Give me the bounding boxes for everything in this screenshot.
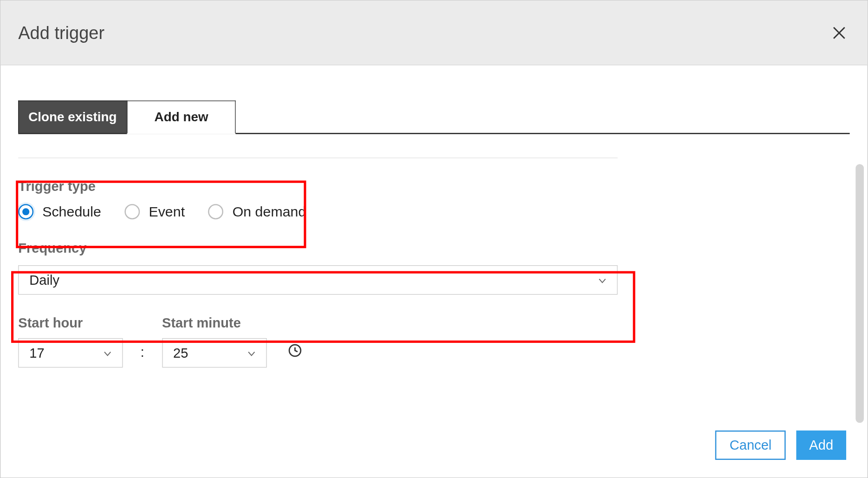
time-row: Start hour 17 : Start minute 25 [18,315,849,368]
frequency-section: Frequency Daily [18,241,635,295]
start-hour-value: 17 [29,345,44,361]
dialog-body: Clone existing Add new Trigger type Sche… [0,65,867,413]
time-separator: : [141,344,144,368]
chevron-down-icon [247,345,256,361]
scrollbar-thumb[interactable] [855,164,864,423]
add-trigger-dialog: Add trigger Clone existing Add new Trigg… [0,0,868,478]
frequency-select[interactable]: Daily [18,265,617,295]
add-button[interactable]: Add [797,431,847,460]
dialog-title: Add trigger [18,23,104,43]
tab-add-new[interactable]: Add new [127,100,235,134]
radio-schedule[interactable]: Schedule [18,203,101,220]
tab-clone-existing[interactable]: Clone existing [18,100,127,133]
radio-label: Schedule [42,203,101,220]
start-minute-value: 25 [173,345,188,361]
start-hour-col: Start hour 17 [18,315,123,368]
frequency-label: Frequency [18,241,635,256]
dialog-header: Add trigger [0,0,867,65]
trigger-type-radio-group: Schedule Event On demand [18,203,635,220]
radio-icon [124,204,140,219]
close-icon[interactable] [829,22,850,43]
radio-label: Event [149,203,185,220]
tabs: Clone existing Add new [18,100,849,134]
start-hour-select[interactable]: 17 [18,338,123,367]
trigger-type-section: Trigger type Schedule Event On demand [18,179,635,220]
clock-icon [287,343,303,367]
radio-icon [208,204,224,219]
start-hour-label: Start hour [18,315,123,331]
start-minute-col: Start minute 25 [162,315,266,368]
trigger-type-label: Trigger type [18,179,635,195]
start-minute-select[interactable]: 25 [162,338,266,367]
frequency-value: Daily [29,272,59,288]
radio-on-demand[interactable]: On demand [208,203,306,220]
chevron-down-icon [104,345,112,361]
divider [18,157,617,158]
radio-label: On demand [233,203,306,220]
chevron-down-icon [598,272,607,288]
start-minute-label: Start minute [162,315,266,331]
cancel-button[interactable]: Cancel [715,431,785,460]
radio-event[interactable]: Event [124,203,185,220]
dialog-footer: Cancel Add [0,413,867,478]
radio-icon [18,204,33,219]
